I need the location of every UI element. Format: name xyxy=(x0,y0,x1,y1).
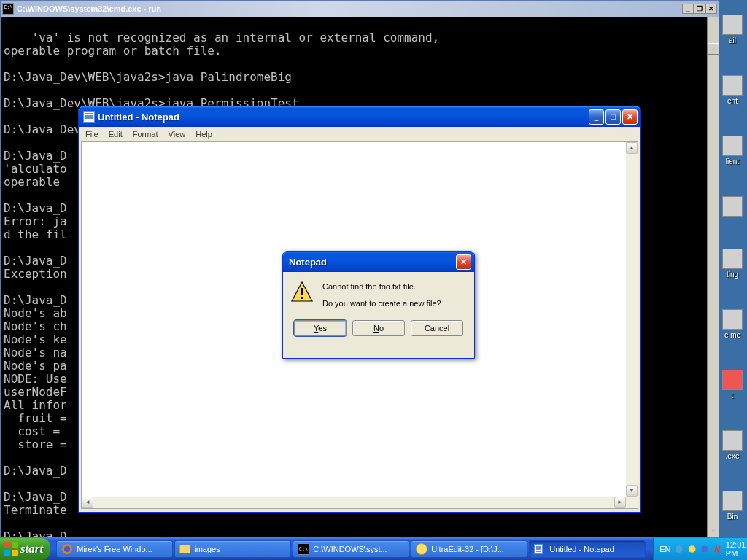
cmd-icon: C:\ xyxy=(298,543,309,555)
notepad-title-text: Untitled - Notepad xyxy=(98,112,589,122)
folder-icon xyxy=(179,545,190,553)
taskbar-item-label: UltraEdit-32 - [D:\J... xyxy=(431,545,504,553)
taskbar-item-label: Untitled - Notepad xyxy=(549,545,614,553)
resize-grip[interactable] xyxy=(626,497,638,508)
maximize-button[interactable]: □ xyxy=(605,109,621,125)
desktop-icon[interactable]: e me xyxy=(721,309,743,339)
svg-rect-2 xyxy=(301,297,303,299)
svg-rect-7 xyxy=(702,546,708,552)
taskbar-item-explorer[interactable]: images xyxy=(174,540,291,558)
cancel-button[interactable]: Cancel xyxy=(411,320,463,336)
taskbar-item-label: images xyxy=(194,545,220,553)
taskbar-item-notepad[interactable]: Untitled - Notepad xyxy=(529,540,646,558)
yes-button[interactable]: Yes xyxy=(294,320,347,336)
desktop-icon-column: ail ent lient ting e me t .exe Bin xyxy=(719,15,746,521)
language-indicator[interactable]: EN xyxy=(659,545,670,553)
tray-icon[interactable] xyxy=(688,544,696,554)
notepad-vscrollbar[interactable]: ▲ ▼ xyxy=(626,142,638,497)
taskbar: start Mirek's Free Windo... images C:\ C… xyxy=(0,538,747,560)
no-button[interactable]: No xyxy=(352,320,405,336)
scroll-up-button[interactable]: ▲ xyxy=(708,43,719,55)
menu-edit[interactable]: Edit xyxy=(104,128,128,140)
notepad-dialog: Notepad ✕ Cannot find the foo.txt file. … xyxy=(282,251,475,359)
desktop-icon[interactable] xyxy=(721,196,743,218)
svg-point-4 xyxy=(64,546,70,552)
scroll-down-button[interactable]: ▼ xyxy=(626,485,638,497)
close-button[interactable]: ✕ xyxy=(456,254,471,270)
cmd-titlebar[interactable]: C:\WINDOWS\system32\cmd.exe - run _ ❐ ✕ xyxy=(1,1,719,17)
menu-view[interactable]: View xyxy=(163,128,191,140)
svg-point-6 xyxy=(689,545,696,553)
notepad-titlebar[interactable]: Untitled - Notepad _ □ ✕ xyxy=(79,106,640,127)
tray-icon[interactable] xyxy=(675,544,683,554)
dialog-message: Cannot find the foo.txt file. Do you wan… xyxy=(322,281,441,310)
start-label: start xyxy=(20,542,43,556)
clock[interactable]: 12:01 PM xyxy=(726,540,747,558)
scroll-left-button[interactable]: ◄ xyxy=(82,497,93,508)
taskbar-items: Mirek's Free Windo... images C:\ C:\WIND… xyxy=(50,538,653,560)
notepad-menu-bar: File Edit Format View Help xyxy=(79,127,640,141)
scroll-up-button[interactable]: ▲ xyxy=(626,142,638,154)
desktop-icon[interactable]: ting xyxy=(721,249,743,279)
taskbar-item-label: Mirek's Free Windo... xyxy=(77,545,152,553)
dialog-line-1: Cannot find the foo.txt file. xyxy=(322,281,441,293)
notepad-icon xyxy=(534,543,546,555)
desktop-icon[interactable]: ail xyxy=(721,15,743,44)
desktop-icon[interactable]: .exe xyxy=(721,430,743,460)
cmd-title-text: C:\WINDOWS\system32\cmd.exe - run xyxy=(17,4,682,13)
close-button[interactable]: ✕ xyxy=(705,4,717,14)
desktop-icon[interactable]: lient xyxy=(721,136,743,166)
minimize-button[interactable]: _ xyxy=(589,109,604,125)
cmd-icon xyxy=(2,3,14,15)
svg-point-5 xyxy=(676,545,683,553)
dialog-titlebar[interactable]: Notepad ✕ xyxy=(283,252,474,272)
cmd-scrollbar[interactable]: ▲ ▼ xyxy=(707,17,719,537)
menu-help[interactable]: Help xyxy=(190,128,217,140)
tray-icon[interactable] xyxy=(713,544,721,554)
dialog-line-2: Do you want to create a new file? xyxy=(322,298,441,310)
desktop-icon[interactable]: ent xyxy=(721,75,743,105)
menu-format[interactable]: Format xyxy=(128,128,163,140)
windows-logo-icon xyxy=(4,542,18,556)
taskbar-item-label: C:\WINDOWS\syst... xyxy=(313,545,387,553)
svg-rect-1 xyxy=(301,288,303,295)
taskbar-item-firefox[interactable]: Mirek's Free Windo... xyxy=(56,540,173,558)
ultraedit-icon xyxy=(416,543,427,555)
scroll-down-button[interactable]: ▼ xyxy=(708,526,719,537)
close-button[interactable]: ✕ xyxy=(622,109,638,125)
desktop-icon[interactable]: t xyxy=(721,370,743,400)
minimize-button[interactable]: _ xyxy=(682,4,694,14)
notepad-hscrollbar[interactable]: ◄ ► xyxy=(82,497,638,508)
scroll-right-button[interactable]: ► xyxy=(614,497,626,508)
start-button[interactable]: start xyxy=(0,538,50,560)
notepad-icon xyxy=(83,111,95,122)
warning-icon xyxy=(290,281,314,306)
maximize-button[interactable]: ❐ xyxy=(694,4,705,14)
desktop-icon[interactable]: Bin xyxy=(721,491,743,521)
dialog-title-text: Notepad xyxy=(289,257,456,268)
menu-file[interactable]: File xyxy=(80,128,104,140)
tray-icon[interactable] xyxy=(700,544,708,554)
firefox-icon xyxy=(61,543,73,555)
taskbar-item-ultraedit[interactable]: UltraEdit-32 - [D:\J... xyxy=(411,540,527,558)
taskbar-item-cmd[interactable]: C:\ C:\WINDOWS\syst... xyxy=(293,540,409,558)
system-tray: EN 12:01 PM xyxy=(653,538,747,560)
